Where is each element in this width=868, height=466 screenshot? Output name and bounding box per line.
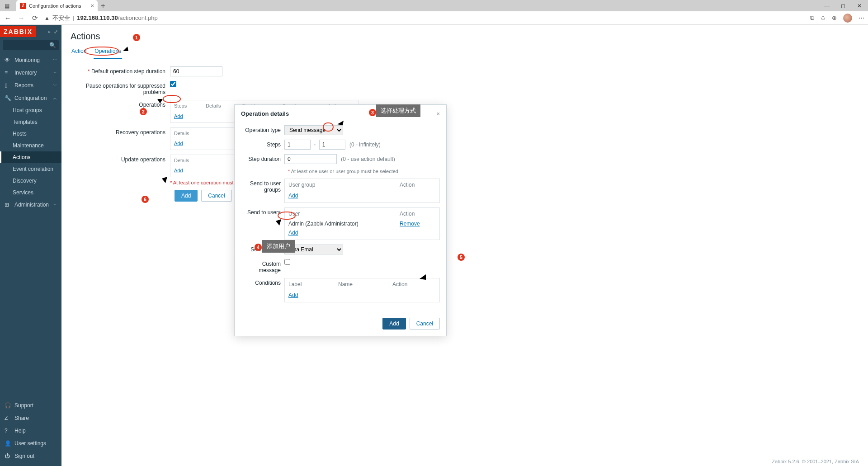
sidebar-sub-actions[interactable]: Actions [0,151,61,163]
sidebar-sub-event-correlation[interactable]: Event correlation [0,163,61,175]
users-add-link[interactable]: Add [288,230,298,236]
sidebar-label: Reports [14,82,33,89]
pause-label: Pause operations for suppressed problems [86,83,165,95]
chevron-down-icon: ﹀ [53,202,57,208]
user-row: Admin (Zabbix Administrator) Remove [285,220,439,228]
sidebar-sub-services[interactable]: Services [0,187,61,198]
window-maximize-icon[interactable]: ◻ [839,3,847,9]
user-remove-link[interactable]: Remove [400,221,420,227]
sidebar-collapse-icon[interactable]: « ⤢ [48,29,61,35]
url-host: 192.168.110.30 [77,14,118,21]
browser-tab[interactable]: Z Configuration of actions × [16,0,98,11]
sidebar-label: Inventory [14,70,37,76]
chevron-down-icon: ﹀ [53,83,57,89]
sidebar-sub-discovery[interactable]: Discovery [0,175,61,187]
favicon: Z [20,3,26,9]
modal-close-icon[interactable]: × [436,110,440,117]
new-tab-button[interactable]: + [98,2,108,10]
conditions-add-link[interactable]: Add [288,292,298,298]
update-add-link[interactable]: Add [174,168,183,173]
logo[interactable]: ZABBIX [0,26,36,37]
col-steps: Steps [174,103,206,108]
help-icon: ? [5,428,11,434]
collections-icon[interactable]: ⊕ [832,14,837,21]
sidebar-search[interactable]: 🔍 [3,40,59,50]
operations-label: Operations [139,102,165,108]
col-name: Name [338,281,392,287]
wrench-icon: 🔧 [5,95,11,101]
sidebar-sub-templates[interactable]: Templates [0,116,61,128]
sidebar-user-settings[interactable]: 👤User settings [0,437,61,450]
recovery-add-link[interactable]: Add [174,141,183,146]
modal-cancel-button[interactable]: Cancel [410,318,440,329]
sidebar-sign-out[interactable]: ⏻Sign out [0,450,61,462]
col-details: Details [170,128,242,139]
col-user: User [288,211,400,217]
sidebar-item-administration[interactable]: ⊞ Administration ﹀ [0,198,61,211]
sidebar-label: Monitoring [14,57,40,63]
sidebar-label: Configuration [14,95,47,101]
col-action: Action [392,281,429,287]
close-tab-icon[interactable]: × [90,2,94,9]
form-submit-button[interactable]: Add [175,190,198,202]
tab-operations[interactable]: Operations [94,45,122,59]
form-cancel-button[interactable]: Cancel [201,190,231,202]
sidebar-item-reports[interactable]: ▯ Reports ﹀ [0,79,61,92]
window-minimize-icon[interactable]: — [823,3,831,9]
power-icon: ⏻ [5,453,11,459]
user-groups-list: User group Action Add [284,179,440,203]
profile-avatar[interactable] [843,14,852,23]
pause-checkbox[interactable] [170,81,176,87]
operations-add-link[interactable]: Add [174,113,183,119]
recovery-table: Details Add [170,127,242,150]
sidebar-item-configuration[interactable]: 🔧 Configuration ︿ [0,92,61,104]
sidebar-item-monitoring[interactable]: 👁 Monitoring ﹀ [0,54,61,66]
step-duration-input[interactable] [284,154,337,164]
custom-msg-checkbox[interactable] [284,259,290,265]
reload-icon[interactable]: ⟳ [31,14,39,22]
default-duration-input[interactable] [170,66,222,76]
sidebar-share[interactable]: ZShare [0,412,61,424]
window-close-icon[interactable]: ✕ [855,3,863,9]
browser-toolbar: ← → ⟳ ▲ 不安全 | 192.168.110.30/actionconf.… [0,11,868,25]
send-users-label: Send to users [241,207,284,216]
modal-add-button[interactable]: Add [382,318,406,329]
read-aloud-icon[interactable]: ⧉ [810,14,814,22]
update-label: Update operations [121,156,165,163]
sidebar-sub-maintenance[interactable]: Maintenance [0,140,61,151]
headset-icon: 🎧 [5,402,11,409]
gear-box-icon: ⊞ [5,202,11,208]
tab-action[interactable]: Action [71,45,87,59]
security-label: 不安全 [52,14,70,22]
sidebar-label: Share [14,415,29,421]
recovery-label: Recovery operations [116,129,165,136]
steps-to-input[interactable] [319,140,345,150]
custom-msg-label: Custom message [241,259,284,273]
chevron-up-icon: ︿ [53,95,57,101]
menu-icon[interactable]: ⋯ [859,14,864,21]
user-note: At least one user or user group must be … [291,169,400,174]
groups-add-link[interactable]: Add [288,193,298,199]
sidebar-help[interactable]: ?Help [0,424,61,437]
chevron-down-icon: ﹀ [53,70,57,76]
tabs: Action Operations [61,45,868,59]
sidebar-label: Sign out [14,453,34,459]
steps-label: Steps [241,140,284,148]
sidebar-sub-host-groups[interactable]: Host groups [0,104,61,116]
address-bar[interactable]: ▲ 不安全 | 192.168.110.30/actionconf.php [44,14,805,22]
sidebar-item-inventory[interactable]: ≡ Inventory ﹀ [0,66,61,79]
users-list: User Action Admin (Zabbix Administrator)… [284,207,440,240]
sidebar: ZABBIX « ⤢ 🔍 👁 Monitoring ﹀ ≡ Inventory … [0,25,61,466]
col-action: Action [400,211,436,217]
op-type-select[interactable]: Send message [284,125,343,135]
col-label: Label [288,281,338,287]
conditions-label: Conditions [241,278,284,286]
back-icon[interactable]: ← [4,14,12,22]
sidebar-label: Administration [14,202,49,208]
sidebar-support[interactable]: 🎧Support [0,399,61,412]
sidebar-label: Help [14,428,26,434]
steps-from-input[interactable] [284,140,311,150]
sidebar-sub-hosts[interactable]: Hosts [0,128,61,140]
list-icon: ≡ [5,70,11,76]
favorites-icon[interactable]: ✩ [821,14,826,21]
